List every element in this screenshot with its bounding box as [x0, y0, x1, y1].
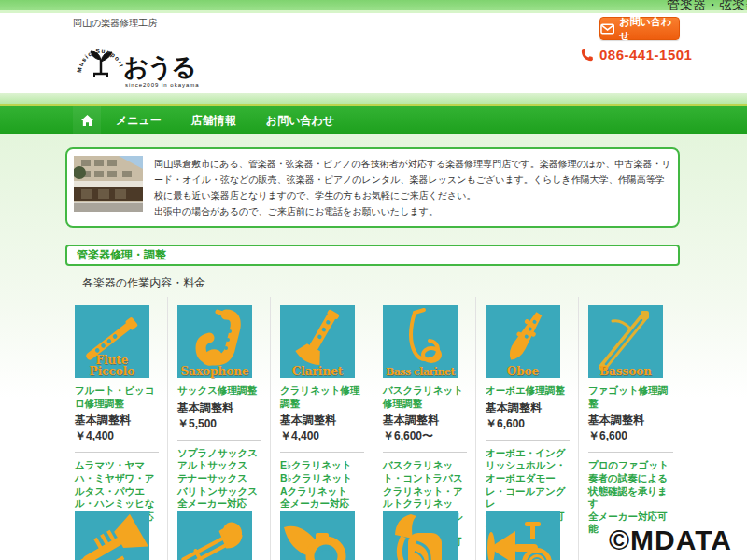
- card-description: ソプラノサックス アルトサックス テナーサックス バリトンサックス 全メーカー対…: [177, 447, 261, 511]
- card-price: 基本調整料￥4,400: [75, 413, 159, 444]
- section-heading: 管楽器修理・調整: [65, 245, 680, 266]
- storefront-photo: [74, 156, 143, 212]
- nav-item-contact[interactable]: お問い合わせ: [251, 106, 349, 134]
- intro-paragraph-1: 岡山県倉敷市にある、管楽器・弦楽器・ピアノの各技術者が対応する楽器修理専門店です…: [154, 156, 671, 203]
- euphonium-thumbnail[interactable]: [486, 511, 560, 560]
- trumpet-thumbnail[interactable]: [75, 511, 149, 560]
- card-title: サックス修理調整: [177, 385, 261, 398]
- intro-paragraph-2: 出張中の場合があるので、ご来店前にお電話をお願いいたします。: [154, 203, 671, 219]
- card-title: ファゴット修理調整: [588, 385, 673, 410]
- card-divider: [588, 452, 673, 453]
- bass-clarinet-caption: Bass clarinet: [383, 367, 458, 377]
- flute-caption: Flute Piccolo: [75, 355, 149, 377]
- card-divider: [177, 440, 261, 441]
- card-divider: [486, 440, 570, 441]
- sprout-icon: [91, 51, 112, 77]
- site-logo[interactable]: Music Support OWL おうる since2009 in okaya…: [75, 28, 205, 93]
- clarinet-thumbnail[interactable]: Clarinet: [280, 305, 355, 378]
- brass-cell: [271, 504, 374, 560]
- card-price: 基本調整料￥4,400: [280, 413, 364, 444]
- intro-text: 岡山県倉敷市にある、管楽器・弦楽器・ピアノの各技術者が対応する楽器修理専門店です…: [154, 156, 671, 219]
- trombone-icon: [177, 511, 252, 560]
- card-description: E♭クラリネット B♭クラリネット Aクラリネット 全メーカー対応: [280, 459, 364, 511]
- card-price: 基本調整料￥6,600〜: [383, 413, 467, 444]
- bass-clarinet-thumbnail[interactable]: Bass clarinet: [383, 305, 458, 378]
- bassoon-thumbnail[interactable]: Bassoon: [588, 305, 663, 378]
- brass-cell: [374, 504, 476, 560]
- watermark: ©MDATA: [609, 525, 732, 556]
- saxophone-thumbnail[interactable]: Saxophone: [177, 305, 252, 378]
- flute-thumbnail[interactable]: Flute Piccolo: [75, 305, 149, 378]
- oboe-caption: Oboe: [486, 366, 560, 377]
- card-price: 基本調整料￥5,500: [177, 400, 261, 432]
- contact-button-label: お問い合わせ: [619, 15, 679, 43]
- phone-icon: [581, 49, 594, 62]
- top-strip: 管楽器・弦楽器: [0, 0, 747, 10]
- tuba-icon: [383, 511, 458, 560]
- card-title: オーボエ修理調整: [486, 385, 570, 398]
- card-divider: [280, 452, 364, 453]
- brass-cell: [476, 504, 579, 560]
- card-price: 基本調整料￥6,600: [486, 400, 570, 432]
- trombone-thumbnail[interactable]: [177, 511, 252, 560]
- brass-cell: [168, 504, 271, 560]
- brass-thumbnails-row: [65, 504, 682, 560]
- card-title: クラリネット修理調整: [280, 385, 364, 410]
- phone-number[interactable]: 086-441-1501: [581, 47, 692, 63]
- logo-main-text: おうる: [123, 53, 195, 81]
- contact-button[interactable]: お問い合わせ: [599, 17, 680, 40]
- header: 岡山の楽器修理工房 Music Support OWL おうる since200…: [0, 13, 747, 93]
- tuba-thumbnail[interactable]: [383, 511, 458, 560]
- card-title: バスクラリネット修理調整: [383, 385, 467, 410]
- trumpet-icon: [75, 511, 149, 560]
- nav-item-shop-info[interactable]: 店舗情報: [176, 106, 251, 134]
- phone-number-text: 086-441-1501: [599, 47, 692, 63]
- section-sub-heading: 各楽器の作業内容・料金: [82, 275, 205, 291]
- home-icon: [80, 114, 94, 127]
- card-title: フルート・ピッコロ修理調整: [75, 385, 159, 410]
- card-divider: [75, 452, 159, 453]
- page: 管楽器・弦楽器 岡山の楽器修理工房 Music Support OWL おうる …: [0, 0, 747, 560]
- intro-box: 岡山県倉敷市にある、管楽器・弦楽器・ピアノの各技術者が対応する楽器修理専門店です…: [65, 147, 680, 228]
- nav-item-menu[interactable]: メニュー: [101, 106, 176, 134]
- french-horn-thumbnail[interactable]: [280, 511, 355, 560]
- brass-cell: [65, 504, 168, 560]
- card-divider: [383, 452, 467, 453]
- bassoon-caption: Bassoon: [588, 366, 663, 377]
- nav-home[interactable]: [73, 106, 101, 134]
- clarinet-caption: Clarinet: [280, 366, 355, 377]
- euphonium-icon: [486, 511, 560, 560]
- envelope-icon: [600, 23, 614, 35]
- prenav-band: [0, 93, 747, 104]
- oboe-thumbnail[interactable]: Oboe: [486, 305, 560, 378]
- french-horn-icon: [280, 511, 355, 560]
- logo-sub-text: since2009 in okayama: [125, 82, 200, 88]
- saxophone-caption: Saxophone: [177, 366, 252, 377]
- content-area: 岡山県倉敷市にある、管楽器・弦楽器・ピアノの各技術者が対応する楽器修理専門店です…: [0, 134, 747, 560]
- main-nav: メニュー 店舗情報 お問い合わせ: [0, 106, 747, 134]
- logo-graphic: Music Support OWL おうる since2009 in okaya…: [75, 28, 205, 93]
- card-price: 基本調整料￥6,600: [588, 413, 673, 444]
